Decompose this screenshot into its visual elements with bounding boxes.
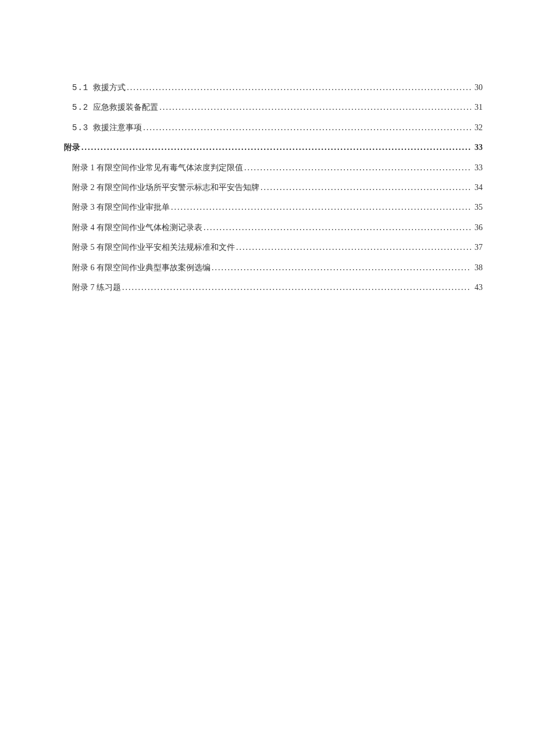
- toc-number: 5.3: [72, 121, 88, 134]
- toc-leader-dots: [121, 281, 471, 294]
- toc-leader-dots: [170, 201, 471, 214]
- toc-page-number: 32: [471, 121, 483, 134]
- toc-title: 附录 3 有限空间作业审批单: [72, 201, 170, 214]
- toc-title: 附录 6 有限空间作业典型事故案例选编: [72, 261, 211, 274]
- toc-entry: 5.1 救援方式 30: [64, 81, 483, 94]
- toc-page-number: 33: [471, 162, 483, 174]
- toc-entry: 附录 1 有限空间作业常见有毒气体浓度判定限值 33: [64, 162, 483, 174]
- toc-entry: 附录 7 练习题 43: [64, 281, 483, 294]
- toc-page-number: 35: [471, 201, 483, 214]
- toc-title: 附录 2 有限空间作业场所平安警示标志和平安告知牌: [72, 181, 259, 194]
- toc-title: 附录 4 有限空间作业气体检测记录表: [72, 221, 202, 234]
- toc-entry: 附录 3 有限空间作业审批单 35: [64, 201, 483, 214]
- toc-title: 应急救援装备配置: [93, 101, 158, 114]
- toc-page-number: 31: [471, 101, 483, 114]
- toc-leader-dots: [126, 81, 471, 94]
- toc-number: 5.2: [72, 101, 88, 114]
- toc-leader-dots: [259, 181, 471, 194]
- toc-leader-dots: [211, 261, 471, 274]
- toc-page-number: 38: [471, 261, 483, 274]
- toc-page-number: 36: [471, 221, 483, 234]
- toc-page-number: 33: [471, 141, 483, 154]
- toc-leader-dots: [235, 241, 471, 254]
- toc-number: 5.1: [72, 81, 88, 94]
- toc-leader-dots: [80, 141, 471, 154]
- toc-title: 附录 5 有限空间作业平安相关法规标准和文件: [72, 241, 235, 254]
- toc-entry: 5.2 应急救援装备配置 31: [64, 101, 483, 114]
- toc-entry-heading: 附录 33: [64, 141, 483, 154]
- toc-title: 救援方式: [93, 81, 126, 94]
- toc-title: 附录 1 有限空间作业常见有毒气体浓度判定限值: [72, 162, 243, 174]
- toc-entry: 附录 5 有限空间作业平安相关法规标准和文件 37: [64, 241, 483, 254]
- toc-entry: 5.3 救援注意事项 32: [64, 121, 483, 134]
- toc-leader-dots: [243, 162, 471, 174]
- toc-page-number: 30: [471, 81, 483, 94]
- toc-title: 附录 7 练习题: [72, 281, 121, 294]
- toc-leader-dots: [158, 101, 471, 114]
- table-of-contents: 5.1 救援方式 30 5.2 应急救援装备配置 31 5.3 救援注意事项 3…: [64, 81, 483, 294]
- toc-page-number: 43: [471, 281, 483, 294]
- toc-title: 救援注意事项: [93, 121, 142, 134]
- toc-entry: 附录 2 有限空间作业场所平安警示标志和平安告知牌 34: [64, 181, 483, 194]
- toc-entry: 附录 6 有限空间作业典型事故案例选编 38: [64, 261, 483, 274]
- toc-leader-dots: [202, 221, 471, 234]
- toc-entry: 附录 4 有限空间作业气体检测记录表 36: [64, 221, 483, 234]
- toc-page-number: 34: [471, 181, 483, 194]
- toc-title: 附录: [64, 141, 80, 154]
- toc-page-number: 37: [471, 241, 483, 254]
- toc-leader-dots: [142, 121, 471, 134]
